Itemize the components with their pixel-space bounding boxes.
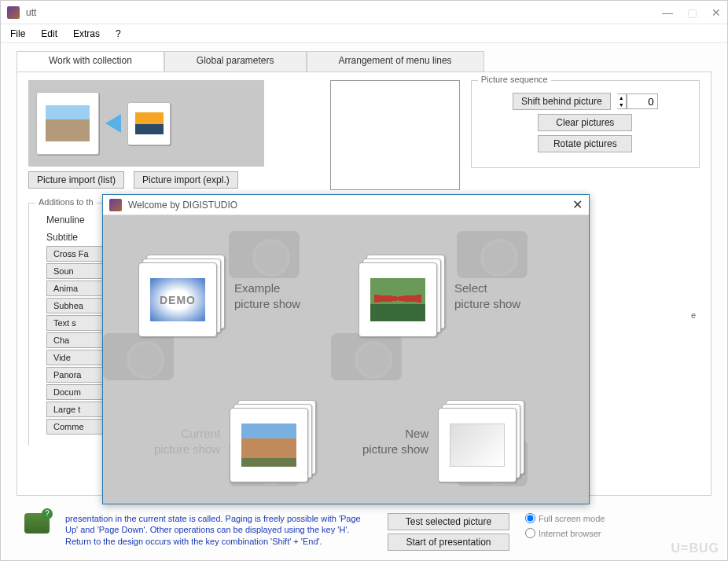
shift-spinner[interactable]: ▲▼ bbox=[617, 94, 658, 109]
dialog-body: DEMO Example picture show Select picture… bbox=[103, 215, 589, 504]
pliers-icon bbox=[370, 278, 425, 321]
current-show-item[interactable]: Current picture show bbox=[154, 400, 316, 482]
picture-sequence-group: Picture sequence Shift behind picture ▲▼… bbox=[471, 80, 700, 168]
select-show-item[interactable]: Select picture show bbox=[358, 255, 520, 337]
menu-extras[interactable]: Extras bbox=[73, 28, 100, 39]
example-show-item[interactable]: DEMO Example picture show bbox=[138, 255, 300, 337]
source-slide[interactable] bbox=[127, 102, 171, 145]
browser-radio-input[interactable] bbox=[525, 528, 535, 538]
menubar: File Edit Extras ? bbox=[1, 24, 727, 43]
picture-import-expl-button[interactable]: Picture import (expl.) bbox=[134, 171, 238, 189]
arrow-left-icon bbox=[105, 114, 121, 133]
example-show-label: Example picture show bbox=[234, 280, 300, 311]
picture-import-list-button[interactable]: Picture import (list) bbox=[28, 171, 124, 189]
dialog-title: Welcome by DIGISTUDIO bbox=[128, 200, 572, 211]
close-button[interactable]: ✕ bbox=[711, 6, 721, 19]
menu-file[interactable]: File bbox=[10, 28, 25, 39]
titlebar: utt — ▢ ✕ bbox=[1, 1, 727, 24]
current-show-label: Current picture show bbox=[154, 426, 220, 456]
test-selected-button[interactable]: Test selected picture bbox=[388, 513, 509, 530]
preview-frame bbox=[330, 80, 460, 190]
additions-legend: Additions to th bbox=[35, 197, 97, 207]
demo-icon: DEMO bbox=[150, 278, 205, 321]
minimize-button[interactable]: — bbox=[662, 6, 673, 19]
shift-behind-button[interactable]: Shift behind picture bbox=[513, 93, 611, 110]
new-show-item[interactable]: New picture show bbox=[362, 400, 524, 482]
empty-slide-icon bbox=[450, 424, 505, 467]
select-show-label: Select picture show bbox=[454, 280, 520, 311]
start-presentation-button[interactable]: Start of presentation bbox=[388, 534, 509, 551]
chevron-down-icon[interactable]: ▼ bbox=[619, 101, 624, 108]
tab-work[interactable]: Work with collection bbox=[17, 51, 164, 72]
bottom-row: presentation in the current state is cal… bbox=[24, 513, 704, 551]
tabstrip: Work with collection Global parameters A… bbox=[17, 51, 711, 72]
clear-pictures-button[interactable]: Clear pictures bbox=[538, 114, 632, 131]
picture-sequence-legend: Picture sequence bbox=[478, 75, 551, 84]
sunset-thumbnail bbox=[134, 111, 165, 136]
target-slide[interactable] bbox=[36, 92, 99, 155]
dialog-app-icon bbox=[109, 199, 122, 211]
dialog-close-button[interactable]: ✕ bbox=[572, 197, 583, 212]
help-book-icon[interactable] bbox=[24, 513, 50, 534]
app-icon bbox=[7, 6, 20, 19]
maximize-button[interactable]: ▢ bbox=[687, 6, 697, 19]
browser-radio[interactable]: Internet browser bbox=[525, 528, 605, 538]
house-thumbnail bbox=[44, 104, 91, 143]
new-show-label: New picture show bbox=[362, 426, 428, 456]
shift-value-input[interactable] bbox=[627, 94, 658, 109]
thumbnail-panel bbox=[28, 80, 264, 167]
menu-edit[interactable]: Edit bbox=[41, 28, 57, 39]
help-text: presentation in the current state is cal… bbox=[65, 513, 372, 547]
fullscreen-radio-input[interactable] bbox=[525, 513, 535, 523]
fullscreen-radio[interactable]: Full screen mode bbox=[525, 513, 605, 523]
menu-help[interactable]: ? bbox=[116, 28, 121, 39]
tab-global[interactable]: Global parameters bbox=[164, 51, 307, 72]
mode-e-label: e bbox=[691, 310, 696, 320]
window-title: utt bbox=[26, 7, 662, 18]
rotate-pictures-button[interactable]: Rotate pictures bbox=[538, 135, 632, 152]
chevron-up-icon[interactable]: ▲ bbox=[619, 94, 624, 101]
rock-icon bbox=[241, 424, 296, 467]
tab-arrange[interactable]: Arrangement of menu lines bbox=[307, 51, 484, 72]
welcome-dialog: Welcome by DIGISTUDIO ✕ DEMO Example pic… bbox=[102, 194, 590, 504]
